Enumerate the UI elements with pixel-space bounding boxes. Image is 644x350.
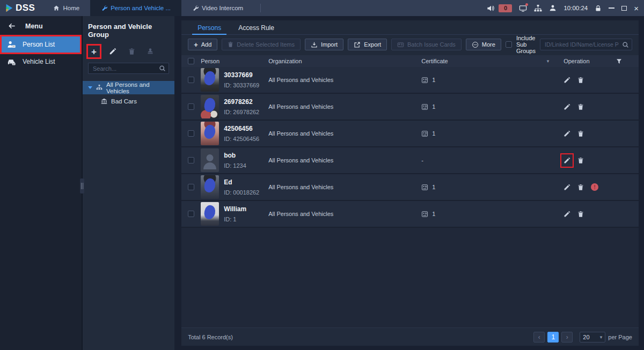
- chevron-down-icon: ▾: [600, 334, 603, 340]
- left-sidebar: Menu Person List Vehicle List: [0, 16, 82, 350]
- monitor-status-icon[interactable]: [519, 4, 527, 12]
- row-checkbox[interactable]: [188, 184, 194, 190]
- person-id: ID: 42506456: [224, 136, 259, 142]
- tool-icon: [101, 5, 107, 11]
- certificate-count: -: [421, 157, 423, 163]
- tab-persons[interactable]: Persons: [189, 20, 230, 34]
- edit-icon[interactable]: [564, 77, 570, 84]
- face-blur-blob: [203, 204, 217, 220]
- tab-access-rule[interactable]: Access Rule: [230, 20, 283, 34]
- table-body: 30337669 ID: 30337669 All Persons and Ve…: [181, 67, 639, 327]
- tree-node-all-persons[interactable]: All Persons and Vehicles: [83, 81, 174, 94]
- filter-icon[interactable]: [616, 58, 623, 65]
- add-group-button[interactable]: +: [89, 47, 99, 56]
- alarm-count-badge[interactable]: 0: [499, 4, 512, 12]
- total-records: Total 6 Record(s): [188, 334, 233, 340]
- delete-selected-button[interactable]: Delete Selected Items: [222, 39, 301, 50]
- sidebar-item-label: Vehicle List: [23, 58, 55, 65]
- face-blur-blob: [203, 177, 217, 193]
- person-photo: [201, 68, 219, 92]
- batch-issue-cards-button[interactable]: Batch Issue Cards: [391, 39, 462, 50]
- export-button[interactable]: Export: [348, 39, 387, 50]
- more-icon: [472, 41, 479, 48]
- edit-icon[interactable]: [564, 157, 570, 164]
- prev-page-button[interactable]: ‹: [533, 332, 545, 342]
- app-window: DSS Home Person and Vehicle ... Video In…: [0, 0, 644, 350]
- user-icon[interactable]: [549, 4, 557, 12]
- table-row: William ID: 1 All Persons and Vehicles 1: [181, 201, 639, 228]
- page-number-button[interactable]: 1: [547, 332, 559, 342]
- include-sub-groups-checkbox[interactable]: [506, 41, 512, 48]
- logo-text: DSS: [16, 3, 35, 13]
- certificate-count: 1: [432, 184, 435, 190]
- person-organization: All Persons and Vehicles: [268, 157, 421, 163]
- tree-expand-icon[interactable]: [88, 86, 92, 89]
- edit-icon[interactable]: [564, 103, 570, 110]
- sidebar-item-vehicle-list[interactable]: Vehicle List: [0, 53, 82, 70]
- edit-group-button[interactable]: [108, 47, 118, 56]
- person-photo: [201, 175, 219, 199]
- row-checkbox[interactable]: [188, 103, 194, 110]
- page-size-select[interactable]: 20 ▾: [580, 332, 605, 342]
- maximize-button[interactable]: [621, 6, 627, 11]
- tab-label: Home: [63, 5, 79, 11]
- person-name: 26978262: [224, 98, 259, 106]
- main-content: Persons Access Rule + Add Delete Selecte…: [174, 16, 644, 350]
- tool-icon: [192, 5, 199, 11]
- tab-person-and-vehicle[interactable]: Person and Vehicle ...: [90, 0, 181, 16]
- tree-node-bad-cars[interactable]: Bad Cars: [83, 94, 174, 108]
- monitor-alert-dot: [525, 3, 528, 6]
- collapse-handle[interactable]: [80, 178, 84, 193]
- certificate-count: 1: [432, 77, 435, 83]
- chevron-down-icon[interactable]: ▾: [547, 58, 550, 64]
- trash-icon: [228, 41, 233, 48]
- edit-icon[interactable]: [564, 130, 570, 137]
- delete-icon[interactable]: [577, 184, 584, 191]
- delete-icon[interactable]: [577, 77, 584, 84]
- tab-video-intercom[interactable]: Video Intercom: [181, 0, 254, 16]
- edit-icon[interactable]: [564, 184, 570, 191]
- sitemap-icon[interactable]: [534, 4, 542, 12]
- row-checkbox[interactable]: [188, 130, 194, 137]
- title-bar: DSS Home Person and Vehicle ... Video In…: [0, 0, 644, 16]
- tab-divider: [260, 4, 261, 12]
- person-id: ID: 1234: [224, 162, 246, 169]
- delete-group-button[interactable]: [127, 47, 136, 56]
- delete-icon[interactable]: [577, 211, 584, 218]
- speaker-icon[interactable]: [487, 4, 495, 12]
- person-name: William: [224, 205, 246, 213]
- delete-icon[interactable]: [577, 130, 584, 137]
- back-icon[interactable]: [8, 22, 16, 30]
- select-all-checkbox[interactable]: [188, 58, 194, 64]
- minimize-button[interactable]: [609, 8, 614, 9]
- more-button[interactable]: More: [466, 39, 501, 50]
- delete-icon[interactable]: [577, 157, 584, 164]
- dss-logo: DSS: [0, 0, 42, 16]
- edit-icon[interactable]: [564, 211, 570, 218]
- tab-home[interactable]: Home: [42, 0, 90, 16]
- group-panel-title: Person and Vehicle Group: [88, 23, 169, 39]
- row-checkbox[interactable]: [188, 77, 194, 83]
- next-page-button[interactable]: ›: [561, 332, 573, 342]
- person-organization: All Persons and Vehicles: [268, 211, 421, 217]
- sidebar-item-person-list[interactable]: Person List: [0, 36, 82, 53]
- row-checkbox[interactable]: [188, 211, 194, 217]
- person-name: bob: [224, 152, 246, 159]
- close-button[interactable]: ×: [634, 4, 639, 12]
- issue-stamp-button[interactable]: [145, 47, 155, 56]
- lock-icon[interactable]: [595, 5, 602, 12]
- person-search-input[interactable]: [540, 39, 632, 50]
- certificate-icon: [421, 184, 428, 191]
- group-search-input[interactable]: [88, 63, 169, 74]
- tree-node-label: Bad Cars: [111, 98, 137, 105]
- dss-logo-icon: [4, 3, 14, 13]
- person-organization: All Persons and Vehicles: [268, 77, 421, 83]
- add-button[interactable]: + Add: [188, 39, 217, 50]
- per-page-label: per Page: [608, 334, 632, 340]
- plus-icon: +: [194, 41, 198, 48]
- person-name: 42506456: [224, 125, 259, 132]
- row-checkbox[interactable]: [188, 157, 194, 163]
- delete-icon[interactable]: [577, 103, 584, 110]
- import-button[interactable]: Import: [305, 39, 343, 50]
- stamp-icon: [147, 48, 154, 55]
